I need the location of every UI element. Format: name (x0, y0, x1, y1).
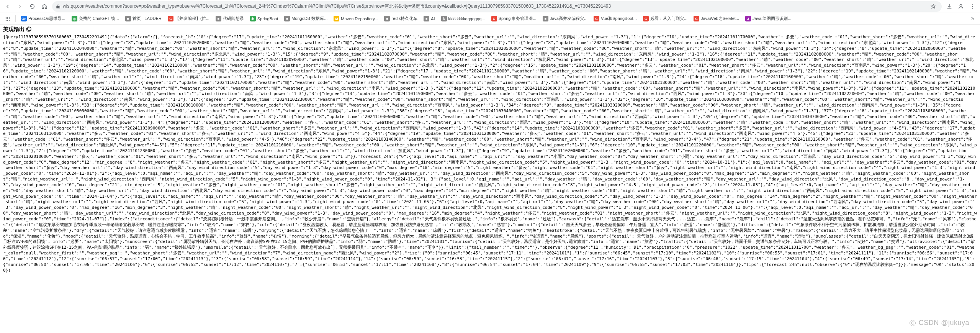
kebab-icon (969, 3, 975, 10)
bookmark-star-button[interactable] (929, 2, 938, 11)
favicon-icon: ■ (384, 16, 390, 21)
reload-icon (29, 3, 35, 10)
svg-point-9 (7, 18, 8, 19)
svg-point-10 (9, 18, 10, 19)
home-button[interactable] (40, 2, 49, 11)
bookmark-label: Spring 事务管理深... (499, 16, 537, 21)
back-button[interactable] (3, 2, 12, 11)
bookmark-label: 免费的 ChatGPT 镜... (79, 16, 119, 21)
svg-point-6 (7, 16, 8, 17)
bookmark-label: Java高并发编程实... (550, 16, 587, 21)
favicon-icon: k (441, 16, 447, 21)
bookmark-label: JavaWeb之Servlet... (701, 16, 739, 21)
apps-icon (5, 16, 10, 21)
bookmark-label: redis持久化车 (391, 16, 417, 21)
bookmark-item[interactable]: CSpring 事务管理深... (489, 15, 539, 22)
svg-point-11 (6, 20, 7, 20)
bookmark-item[interactable]: CJavaWeb之Servlet... (691, 15, 741, 22)
bookmark-label: AI (431, 16, 435, 21)
favicon-icon: C (168, 16, 173, 21)
bookmark-item[interactable]: kkkkkkkkkqqqqqqq... (439, 15, 488, 22)
apps-button[interactable] (3, 14, 12, 23)
favicon-icon: ■ (543, 16, 548, 21)
favicon-icon: ■ (424, 16, 429, 21)
bookmark-label: kkkkkkkkqqqqqqq... (448, 16, 485, 21)
bookmark-item[interactable]: C【并发编程】(忙... (165, 15, 212, 22)
bookmark-item[interactable]: OnProcessOn思维导... (19, 15, 68, 22)
favicon-icon: C (594, 16, 599, 21)
favicon-icon: On (21, 16, 27, 21)
address-bar[interactable]: wis.qq.com/weather/common?source=pc&weat… (52, 1, 942, 12)
svg-point-8 (6, 18, 7, 19)
page-title: 美观输出 ◎ (3, 26, 977, 33)
toolbar-right (945, 2, 977, 11)
favicon-icon: C (694, 16, 699, 21)
favicon-icon: ■ (216, 16, 221, 21)
favicon-icon: C (643, 16, 649, 21)
bookmark-item[interactable]: ■redis持久化车 (382, 15, 420, 22)
bookmark-label: ProcessOn思维导... (28, 16, 65, 21)
bookmark-label: Java 绘图图形识别... (753, 16, 791, 21)
svg-point-7 (9, 16, 10, 17)
bookmark-item[interactable]: ■代码随想录 (213, 15, 246, 22)
svg-point-4 (972, 8, 973, 8)
favicon-icon: M (334, 16, 339, 21)
menu-button[interactable] (968, 2, 977, 11)
bookmarks-overflow-button[interactable] (968, 16, 977, 21)
browser-toolbar: wis.qq.com/weather/common?source=pc&weat… (0, 0, 980, 13)
bookmark-label: Vue和SpringBoot... (601, 16, 637, 21)
site-info-icon[interactable] (56, 4, 61, 9)
bookmark-label: 必看：从入门到实... (650, 16, 687, 21)
raw-json-text: jQuery111307985983701500603_173045229149… (3, 34, 977, 273)
svg-point-1 (960, 4, 962, 6)
download-icon (946, 3, 952, 10)
bookmark-item[interactable]: MMaven Repository... (331, 15, 380, 22)
downloads-button[interactable] (945, 2, 954, 11)
url-text: wis.qq.com/weather/common?source=pc&weat… (63, 3, 926, 10)
bookmark-item[interactable]: ✱SpringBoot (248, 15, 280, 22)
svg-point-2 (972, 4, 973, 5)
bookmark-item[interactable]: JJava 绘图图形识别... (743, 15, 793, 22)
favicon-icon: ■ (125, 16, 131, 21)
bookmark-item[interactable]: ■MongoDB 数据库... (282, 15, 330, 22)
bookmark-label: 首页 - LADDER (133, 16, 162, 21)
bookmark-item[interactable]: ■首页 - LADDER (123, 15, 164, 22)
svg-point-5 (6, 16, 7, 17)
bookmark-label: MongoDB 数据库... (291, 16, 327, 21)
forward-button[interactable] (15, 2, 25, 11)
bookmarks-container: OnProcessOn思维导...◎免费的 ChatGPT 镜...■首页 - … (19, 15, 794, 22)
svg-point-13 (9, 20, 10, 20)
bookmark-item[interactable]: ■AI (421, 15, 437, 22)
profile-icon (958, 3, 964, 10)
arrow-left-icon (5, 3, 11, 10)
arrow-right-icon (17, 3, 23, 10)
page-body: 美观输出 ◎ jQuery111307985983701500603_17304… (0, 25, 980, 333)
bookmark-item[interactable]: ■Java高并发编程实... (540, 15, 590, 22)
bookmark-item[interactable]: ◎免费的 ChatGPT 镜... (69, 15, 121, 22)
svg-point-12 (7, 20, 8, 20)
profile-button[interactable] (956, 2, 965, 11)
home-icon (41, 3, 47, 10)
star-icon (931, 4, 936, 9)
favicon-icon: ■ (284, 16, 290, 21)
favicon-icon: ◎ (72, 16, 77, 21)
chevron-right-double-icon (970, 16, 975, 21)
bookmark-item[interactable]: CVue和SpringBoot... (591, 15, 639, 22)
separator (15, 15, 16, 22)
bookmark-item[interactable]: C必看：从入门到实... (641, 15, 690, 22)
reload-button[interactable] (28, 2, 37, 11)
favicon-icon: J (745, 16, 751, 21)
bookmark-label: SpringBoot (257, 16, 278, 21)
svg-point-3 (972, 6, 973, 7)
favicon-icon: ✱ (250, 16, 256, 21)
bookmark-label: Maven Repository... (341, 16, 378, 21)
favicon-icon: C (491, 16, 497, 21)
bookmark-label: 代码随想录 (223, 16, 244, 21)
bookmark-label: 【并发编程】(忙... (175, 16, 209, 21)
bookmarks-bar: OnProcessOn思维导...◎免费的 ChatGPT 镜...■首页 - … (0, 13, 980, 25)
